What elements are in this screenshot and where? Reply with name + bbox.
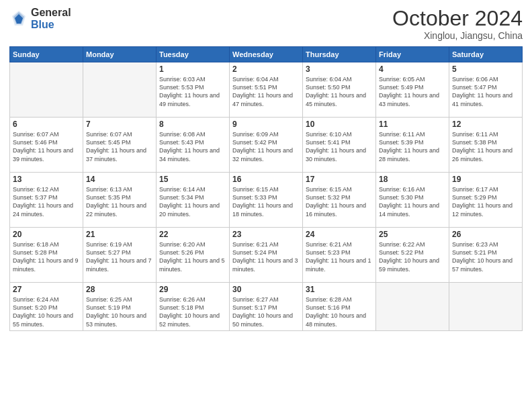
table-row: 24Sunrise: 6:21 AM Sunset: 5:23 PM Dayli… (303, 228, 376, 283)
day-number: 29 (159, 285, 226, 294)
logo-general: General (31, 7, 71, 19)
day-number: 17 (306, 175, 373, 184)
table-row: 21Sunrise: 6:19 AM Sunset: 5:27 PM Dayli… (83, 228, 157, 283)
day-number: 19 (452, 175, 519, 184)
col-thursday: Thursday (303, 47, 376, 62)
table-row: 17Sunrise: 6:15 AM Sunset: 5:32 PM Dayli… (303, 173, 376, 228)
table-row: 10Sunrise: 6:10 AM Sunset: 5:41 PM Dayli… (303, 118, 376, 173)
day-number: 18 (379, 175, 446, 184)
col-monday: Monday (83, 47, 157, 62)
day-info: Sunrise: 6:04 AM Sunset: 5:51 PM Dayligh… (232, 75, 300, 108)
table-row: 29Sunrise: 6:26 AM Sunset: 5:18 PM Dayli… (157, 283, 230, 331)
day-number: 23 (232, 230, 300, 239)
table-row: 1Sunrise: 6:03 AM Sunset: 5:53 PM Daylig… (157, 62, 230, 118)
logo-text: General Blue (31, 7, 71, 30)
table-row (376, 283, 449, 331)
day-info: Sunrise: 6:22 AM Sunset: 5:22 PM Dayligh… (379, 240, 446, 273)
day-info: Sunrise: 6:10 AM Sunset: 5:41 PM Dayligh… (306, 130, 373, 163)
day-number: 5 (452, 64, 519, 74)
day-info: Sunrise: 6:08 AM Sunset: 5:43 PM Dayligh… (159, 130, 226, 163)
day-info: Sunrise: 6:18 AM Sunset: 5:28 PM Dayligh… (13, 240, 80, 273)
day-number: 3 (306, 64, 373, 74)
day-number: 28 (86, 285, 153, 294)
day-number: 27 (13, 285, 80, 294)
table-row: 18Sunrise: 6:16 AM Sunset: 5:30 PM Dayli… (376, 173, 449, 228)
day-number: 14 (86, 175, 153, 184)
table-row: 3Sunrise: 6:04 AM Sunset: 5:50 PM Daylig… (303, 62, 376, 118)
day-info: Sunrise: 6:15 AM Sunset: 5:32 PM Dayligh… (306, 185, 373, 218)
table-row: 11Sunrise: 6:11 AM Sunset: 5:39 PM Dayli… (376, 118, 449, 173)
table-row: 12Sunrise: 6:11 AM Sunset: 5:38 PM Dayli… (449, 118, 523, 173)
day-info: Sunrise: 6:21 AM Sunset: 5:24 PM Dayligh… (232, 240, 300, 273)
calendar-table: Sunday Monday Tuesday Wednesday Thursday… (9, 46, 523, 331)
day-number: 20 (13, 230, 80, 239)
day-number: 8 (159, 120, 226, 129)
col-tuesday: Tuesday (157, 47, 230, 62)
col-wednesday: Wednesday (230, 47, 303, 62)
location-subtitle: Xinglou, Jiangsu, China (392, 30, 523, 41)
day-number: 21 (86, 230, 153, 239)
table-row: 8Sunrise: 6:08 AM Sunset: 5:43 PM Daylig… (157, 118, 230, 173)
day-info: Sunrise: 6:04 AM Sunset: 5:50 PM Dayligh… (306, 75, 373, 108)
day-info: Sunrise: 6:11 AM Sunset: 5:39 PM Dayligh… (379, 130, 446, 163)
day-info: Sunrise: 6:03 AM Sunset: 5:53 PM Dayligh… (159, 75, 226, 108)
day-number: 24 (306, 230, 373, 239)
day-info: Sunrise: 6:16 AM Sunset: 5:30 PM Dayligh… (379, 185, 446, 218)
table-row: 31Sunrise: 6:28 AM Sunset: 5:16 PM Dayli… (303, 283, 376, 331)
page-container: General Blue October 2024 Xinglou, Jiang… (0, 0, 532, 411)
table-row: 30Sunrise: 6:27 AM Sunset: 5:17 PM Dayli… (230, 283, 303, 331)
day-info: Sunrise: 6:06 AM Sunset: 5:47 PM Dayligh… (452, 75, 519, 108)
day-info: Sunrise: 6:05 AM Sunset: 5:49 PM Dayligh… (379, 75, 446, 108)
day-info: Sunrise: 6:15 AM Sunset: 5:33 PM Dayligh… (232, 185, 300, 218)
table-row: 25Sunrise: 6:22 AM Sunset: 5:22 PM Dayli… (376, 228, 449, 283)
table-row: 4Sunrise: 6:05 AM Sunset: 5:49 PM Daylig… (376, 62, 449, 118)
table-row: 20Sunrise: 6:18 AM Sunset: 5:28 PM Dayli… (10, 228, 83, 283)
month-title: October 2024 (392, 7, 523, 30)
table-row: 19Sunrise: 6:17 AM Sunset: 5:29 PM Dayli… (449, 173, 523, 228)
day-info: Sunrise: 6:26 AM Sunset: 5:18 PM Dayligh… (159, 295, 226, 328)
table-row: 27Sunrise: 6:24 AM Sunset: 5:20 PM Dayli… (10, 283, 83, 331)
day-number: 6 (13, 120, 80, 129)
table-row: 14Sunrise: 6:13 AM Sunset: 5:35 PM Dayli… (83, 173, 157, 228)
col-friday: Friday (376, 47, 449, 62)
table-row (449, 283, 523, 331)
day-number: 15 (159, 175, 226, 184)
day-info: Sunrise: 6:09 AM Sunset: 5:42 PM Dayligh… (232, 130, 300, 163)
header: General Blue October 2024 Xinglou, Jiang… (9, 7, 523, 41)
table-row: 13Sunrise: 6:12 AM Sunset: 5:37 PM Dayli… (10, 173, 83, 228)
day-info: Sunrise: 6:24 AM Sunset: 5:20 PM Dayligh… (13, 295, 80, 328)
day-number: 25 (379, 230, 446, 239)
col-saturday: Saturday (449, 47, 523, 62)
day-info: Sunrise: 6:14 AM Sunset: 5:34 PM Dayligh… (159, 185, 226, 218)
table-row (83, 62, 157, 118)
table-row: 2Sunrise: 6:04 AM Sunset: 5:51 PM Daylig… (230, 62, 303, 118)
day-info: Sunrise: 6:25 AM Sunset: 5:19 PM Dayligh… (86, 295, 153, 328)
table-row: 28Sunrise: 6:25 AM Sunset: 5:19 PM Dayli… (83, 283, 157, 331)
table-row: 15Sunrise: 6:14 AM Sunset: 5:34 PM Dayli… (157, 173, 230, 228)
day-info: Sunrise: 6:11 AM Sunset: 5:38 PM Dayligh… (452, 130, 519, 163)
day-info: Sunrise: 6:27 AM Sunset: 5:17 PM Dayligh… (232, 295, 300, 328)
table-row: 26Sunrise: 6:23 AM Sunset: 5:21 PM Dayli… (449, 228, 523, 283)
day-info: Sunrise: 6:13 AM Sunset: 5:35 PM Dayligh… (86, 185, 153, 218)
day-number: 4 (379, 64, 446, 74)
table-row: 23Sunrise: 6:21 AM Sunset: 5:24 PM Dayli… (230, 228, 303, 283)
day-info: Sunrise: 6:07 AM Sunset: 5:46 PM Dayligh… (13, 130, 80, 163)
day-info: Sunrise: 6:28 AM Sunset: 5:16 PM Dayligh… (306, 295, 373, 328)
day-number: 9 (232, 120, 300, 129)
day-number: 7 (86, 120, 153, 129)
col-sunday: Sunday (10, 47, 83, 62)
day-number: 30 (232, 285, 300, 294)
day-number: 11 (379, 120, 446, 129)
day-info: Sunrise: 6:07 AM Sunset: 5:45 PM Dayligh… (86, 130, 153, 163)
day-number: 2 (232, 64, 300, 74)
day-number: 31 (306, 285, 373, 294)
day-info: Sunrise: 6:17 AM Sunset: 5:29 PM Dayligh… (452, 185, 519, 218)
day-info: Sunrise: 6:20 AM Sunset: 5:26 PM Dayligh… (159, 240, 226, 273)
day-number: 26 (452, 230, 519, 239)
table-row: 9Sunrise: 6:09 AM Sunset: 5:42 PM Daylig… (230, 118, 303, 173)
table-row: 7Sunrise: 6:07 AM Sunset: 5:45 PM Daylig… (83, 118, 157, 173)
day-number: 16 (232, 175, 300, 184)
day-number: 22 (159, 230, 226, 239)
calendar-header-row: Sunday Monday Tuesday Wednesday Thursday… (10, 47, 523, 62)
day-info: Sunrise: 6:12 AM Sunset: 5:37 PM Dayligh… (13, 185, 80, 218)
